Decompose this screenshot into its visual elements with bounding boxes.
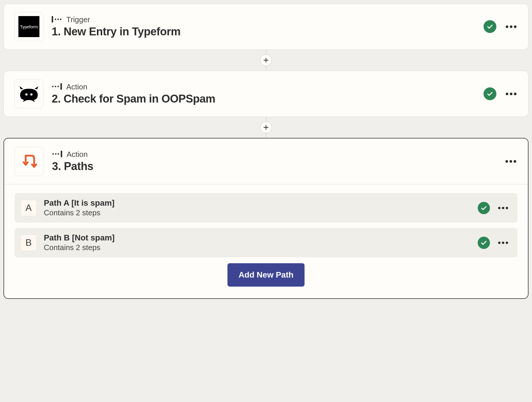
connector [4,50,528,71]
step-type-label: Action [66,82,87,91]
status-success-icon [484,87,496,100]
more-menu-button[interactable] [504,158,517,165]
svg-point-6 [52,86,54,87]
step-content: Action 3. Paths [52,150,496,173]
step-title: 2. Check for Spam in OOPSpam [52,93,475,105]
path-subtitle: Contains 2 steps [44,208,471,217]
step-type-label: Trigger [66,15,90,24]
app-icon-paths [15,147,44,176]
status-success-icon [478,202,490,214]
step-card-trigger[interactable]: Typeform Trigger 1. New Entry in Typefor… [4,4,528,50]
svg-point-1 [55,18,56,20]
status-success-icon [484,20,496,33]
path-letter-badge: A [20,200,37,216]
more-menu-button[interactable] [497,239,509,246]
path-row-b[interactable]: B Path B [Not spam] Contains 2 steps [15,228,517,257]
svg-point-5 [30,93,33,96]
status-success-icon [478,237,490,249]
path-name: Path B [Not spam] [44,233,471,242]
svg-point-7 [55,86,56,87]
svg-point-12 [58,153,59,155]
svg-rect-0 [52,16,53,22]
add-new-path-button[interactable]: Add New Path [227,263,305,287]
svg-point-3 [60,18,62,20]
path-subtitle: Contains 2 steps [44,243,471,252]
app-icon-typeform: Typeform [14,12,44,41]
svg-point-4 [25,93,28,96]
more-menu-button[interactable] [505,90,518,98]
path-row-a[interactable]: A Path A [It is spam] Contains 2 steps [15,193,517,223]
svg-point-11 [55,153,57,155]
svg-point-8 [58,86,59,87]
more-menu-button[interactable] [505,23,518,30]
trigger-icon [52,15,62,24]
path-name: Path A [It is spam] [44,198,471,208]
more-menu-button[interactable] [497,205,509,212]
paths-body: A Path A [It is spam] Contains 2 steps B… [4,184,528,298]
action-icon [52,83,62,91]
app-icon-oopspam [14,79,44,108]
step-type-label: Action [67,150,88,159]
svg-point-2 [58,18,59,20]
add-step-button[interactable] [260,122,272,133]
svg-rect-9 [60,83,62,90]
step-title: 1. New Entry in Typeform [52,25,475,38]
action-icon [52,150,62,159]
connector [4,117,528,138]
step-card-paths: Action 3. Paths A Path A [It is spam] Co… [4,138,528,299]
add-step-button[interactable] [260,54,272,66]
svg-point-10 [53,153,54,155]
paths-header[interactable]: Action 3. Paths [4,138,528,184]
path-letter-badge: B [20,235,37,251]
step-title: 3. Paths [52,160,496,173]
step-content: Trigger 1. New Entry in Typeform [52,15,475,38]
step-content: Action 2. Check for Spam in OOPSpam [52,82,475,105]
svg-rect-13 [61,151,62,157]
typeform-logo: Typeform [18,16,39,37]
step-card-action-oopspam[interactable]: Action 2. Check for Spam in OOPSpam [4,71,528,117]
